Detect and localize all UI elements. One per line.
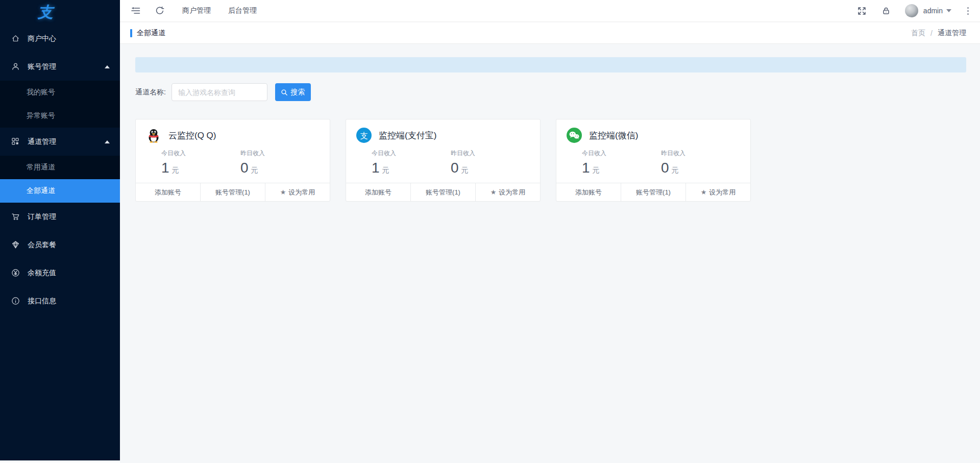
channel-card-alipay: 支 监控端(支付宝) 今日收入 1 元 昨日收入 — [346, 119, 541, 202]
alipay-icon: 支 — [356, 128, 372, 143]
manage-accounts-button[interactable]: 账号管理(1) — [200, 183, 265, 201]
horizontal-scrollbar-track[interactable] — [0, 460, 120, 463]
yen-circle-icon — [11, 269, 20, 277]
channel-submenu: 常用通道 全部通道 — [0, 156, 120, 203]
top-header-bar: 商户管理 后台管理 admin — [120, 0, 980, 22]
home-icon — [11, 34, 20, 43]
sidebar-item-label: 商户中心 — [28, 34, 56, 43]
more-options-icon[interactable] — [965, 5, 971, 16]
star-icon: ★ — [280, 189, 286, 196]
sidebar-item-label: 订单管理 — [28, 212, 56, 222]
channel-name-label: 通道名称: — [135, 88, 166, 97]
add-account-button[interactable]: 添加账号 — [346, 183, 410, 201]
set-favorite-button[interactable]: ★ 设为常用 — [265, 183, 330, 201]
cart-icon — [11, 212, 20, 221]
yesterday-income-stat: 昨日收入 0 元 — [240, 149, 320, 176]
sidebar-item-label: 接口信息 — [28, 297, 56, 306]
sidebar-item-abnormal-account[interactable]: 异常账号 — [0, 104, 120, 128]
star-icon: ★ — [701, 189, 707, 196]
breadcrumb-home[interactable]: 首页 — [911, 29, 925, 38]
sidebar-item-merchant-center[interactable]: 商户中心 — [0, 25, 120, 53]
notice-banner — [135, 57, 966, 72]
user-icon — [11, 62, 20, 71]
refresh-icon[interactable] — [155, 6, 165, 16]
sidebar-item-label: 账号管理 — [28, 62, 56, 71]
yesterday-income-value: 0 — [240, 160, 249, 176]
sidebar-item-balance-recharge[interactable]: 余额充值 — [0, 259, 120, 287]
sidebar-item-label: 通道管理 — [28, 137, 56, 147]
account-submenu: 我的账号 异常账号 — [0, 81, 120, 128]
qq-icon — [146, 128, 161, 143]
gem-icon — [11, 240, 20, 249]
channel-card-wechat: 监控端(微信) 今日收入 1 元 昨日收入 0 元 — [556, 119, 751, 202]
yesterday-income-value: 0 — [661, 160, 669, 176]
sidebar: 支 商户中心 账号管理 我的账号 异常账号 — [0, 0, 120, 460]
today-income-value: 1 — [582, 160, 590, 176]
sidebar-menu: 商户中心 账号管理 我的账号 异常账号 通道管理 — [0, 25, 120, 315]
lock-icon[interactable] — [881, 6, 891, 16]
channel-title: 监控端(支付宝) — [379, 130, 436, 141]
menu-fold-icon[interactable] — [130, 6, 140, 16]
sidebar-item-common-channels[interactable]: 常用通道 — [0, 156, 120, 179]
sidebar-item-label: 我的账号 — [27, 88, 55, 97]
header-right: admin — [843, 4, 971, 17]
set-favorite-button[interactable]: ★ 设为常用 — [475, 183, 540, 201]
search-icon — [281, 89, 288, 96]
sidebar-item-label: 常用通道 — [27, 163, 55, 172]
nav-item-merchant-management[interactable]: 商户管理 — [182, 6, 211, 15]
user-name: admin — [923, 7, 943, 15]
grid-icon — [11, 137, 20, 146]
sidebar-item-member-plans[interactable]: 会员套餐 — [0, 231, 120, 259]
breadcrumb-current: 通道管理 — [938, 29, 966, 38]
today-income-stat: 今日收入 1 元 — [582, 149, 661, 176]
manage-accounts-button[interactable]: 账号管理(1) — [621, 183, 685, 201]
app-logo[interactable]: 支 — [0, 0, 120, 25]
search-form: 通道名称: 搜索 — [135, 83, 966, 101]
breadcrumb: 首页 / 通道管理 — [911, 29, 966, 38]
sidebar-item-channel-management[interactable]: 通道管理 — [0, 128, 120, 156]
header-nav: 商户管理 后台管理 — [165, 6, 257, 15]
today-income-value: 1 — [372, 160, 380, 176]
channel-name-input[interactable] — [172, 83, 267, 101]
page-header-bar: 全部通道 首页 / 通道管理 — [120, 22, 980, 44]
channel-title: 云监控(Q Q) — [168, 130, 216, 141]
svg-text:支: 支 — [360, 131, 368, 140]
sidebar-item-label: 余额充值 — [28, 269, 56, 278]
sidebar-item-account-management[interactable]: 账号管理 — [0, 53, 120, 81]
chevron-up-icon — [105, 65, 110, 68]
channel-title: 监控端(微信) — [589, 130, 638, 141]
chevron-up-icon — [105, 140, 110, 143]
add-account-button[interactable]: 添加账号 — [556, 183, 621, 201]
user-avatar[interactable] — [905, 4, 918, 17]
sidebar-item-api-info[interactable]: 接口信息 — [0, 287, 120, 315]
user-menu[interactable]: admin — [923, 7, 951, 15]
sidebar-item-label: 会员套餐 — [28, 240, 56, 250]
today-income-stat: 今日收入 1 元 — [372, 149, 451, 176]
yesterday-income-stat: 昨日收入 0 元 — [451, 149, 530, 176]
add-account-button[interactable]: 添加账号 — [136, 183, 200, 201]
info-circle-icon — [11, 297, 20, 305]
star-icon: ★ — [491, 189, 497, 196]
manage-accounts-button[interactable]: 账号管理(1) — [410, 183, 475, 201]
title-marker — [130, 29, 132, 37]
breadcrumb-separator: / — [930, 29, 933, 37]
main-content: 通道名称: 搜索 — [120, 44, 980, 463]
set-favorite-button[interactable]: ★ 设为常用 — [685, 183, 750, 201]
today-income-stat: 今日收入 1 元 — [161, 149, 240, 176]
yesterday-income-stat: 昨日收入 0 元 — [661, 149, 740, 176]
wechat-icon — [567, 128, 582, 143]
page-title: 全部通道 — [137, 29, 165, 38]
channel-card-qq: 云监控(Q Q) 今日收入 1 元 昨日收入 0 元 — [135, 119, 330, 202]
sidebar-item-all-channels[interactable]: 全部通道 — [0, 179, 120, 203]
search-button[interactable]: 搜索 — [275, 83, 311, 101]
chevron-down-icon — [946, 9, 951, 12]
channel-cards: 云监控(Q Q) 今日收入 1 元 昨日收入 0 元 — [135, 119, 966, 202]
sidebar-item-label: 全部通道 — [27, 186, 55, 196]
logo-glyph: 支 — [38, 2, 53, 23]
sidebar-item-order-management[interactable]: 订单管理 — [0, 203, 120, 231]
nav-item-backend-management[interactable]: 后台管理 — [228, 6, 257, 15]
sidebar-item-my-account[interactable]: 我的账号 — [0, 81, 120, 104]
fullscreen-icon[interactable] — [857, 6, 867, 16]
sidebar-item-label: 异常账号 — [27, 111, 55, 120]
yesterday-income-value: 0 — [451, 160, 459, 176]
